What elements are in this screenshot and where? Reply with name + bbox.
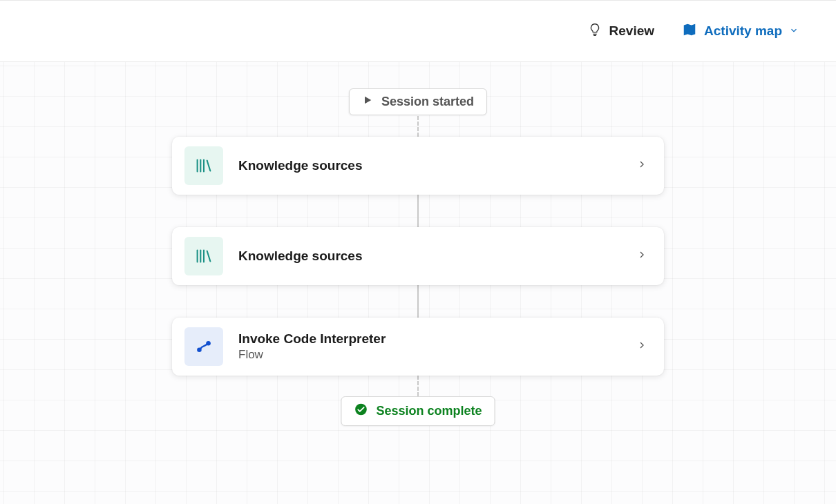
flow-icon	[184, 327, 223, 366]
connector-line	[417, 285, 419, 318]
activity-map-label: Activity map	[704, 23, 782, 39]
card-text: Knowledge sources	[238, 157, 621, 175]
activity-canvas[interactable]: Session started Knowledge sources Knowle…	[0, 62, 836, 504]
session-complete-pill[interactable]: Session complete	[341, 396, 495, 426]
session-started-pill[interactable]: Session started	[349, 88, 487, 115]
books-icon	[184, 237, 223, 275]
session-complete-label: Session complete	[376, 404, 482, 418]
activity-card-invoke-code-interpreter[interactable]: Invoke Code Interpreter Flow	[172, 318, 664, 376]
card-title: Invoke Code Interpreter	[238, 330, 621, 348]
chevron-right-icon	[636, 159, 647, 173]
activity-card-knowledge-sources[interactable]: Knowledge sources	[172, 137, 664, 195]
check-circle-icon	[354, 403, 368, 420]
review-label: Review	[609, 23, 654, 39]
card-title: Knowledge sources	[238, 247, 621, 265]
play-icon	[362, 95, 373, 109]
review-button[interactable]: Review	[587, 22, 654, 41]
lightbulb-icon	[587, 22, 602, 41]
connector-line	[417, 376, 419, 396]
card-subtitle: Flow	[238, 347, 621, 363]
map-icon	[682, 22, 697, 41]
connector-line	[417, 116, 419, 137]
chevron-down-icon	[789, 23, 799, 39]
header-bar: Review Activity map	[0, 0, 836, 62]
session-started-label: Session started	[381, 95, 474, 109]
card-text: Invoke Code Interpreter Flow	[238, 330, 621, 364]
connector-line	[417, 195, 419, 227]
chevron-right-icon	[636, 249, 647, 263]
activity-map-button[interactable]: Activity map	[682, 22, 799, 41]
chevron-right-icon	[636, 340, 647, 353]
activity-card-knowledge-sources[interactable]: Knowledge sources	[172, 227, 664, 285]
card-text: Knowledge sources	[238, 247, 621, 265]
books-icon	[184, 146, 223, 185]
card-title: Knowledge sources	[238, 157, 621, 175]
